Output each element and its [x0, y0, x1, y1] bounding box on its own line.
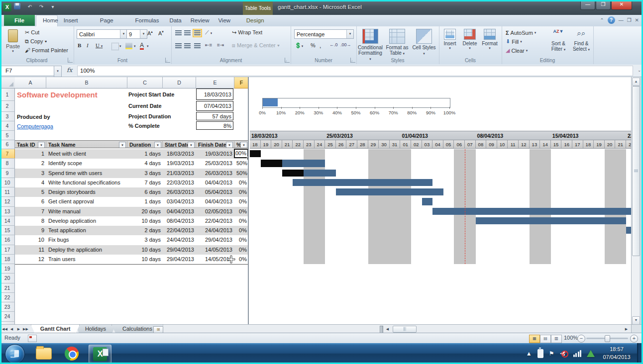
- filter-dropdown-icon[interactable]: ▼: [188, 142, 195, 148]
- pane-split-bar[interactable]: [248, 77, 249, 324]
- column-header-F[interactable]: F: [234, 77, 249, 89]
- task-cell[interactable]: 19/03/2013: [196, 149, 234, 159]
- start-button[interactable]: [5, 344, 25, 364]
- task-cell[interactable]: Meet with client: [46, 149, 127, 159]
- row-header-12[interactable]: 12: [0, 197, 15, 206]
- task-cell[interactable]: Spend time with users: [46, 169, 127, 178]
- wrap-text-button[interactable]: ↪ Wrap Text: [232, 29, 262, 36]
- accounting-format-button[interactable]: 💲▾: [295, 42, 303, 49]
- row-header-19[interactable]: 19: [0, 264, 15, 273]
- row-header-16[interactable]: 16: [0, 235, 15, 245]
- task-cell[interactable]: 0%: [234, 255, 249, 264]
- task-cell[interactable]: 2 days: [127, 226, 163, 235]
- bold-button[interactable]: B: [78, 42, 81, 50]
- number-format-combo[interactable]: Percentage▾: [294, 29, 354, 39]
- gantt-bar[interactable]: [282, 160, 325, 167]
- font-color-button[interactable]: A: [140, 42, 144, 50]
- minimize-ribbon-icon[interactable]: ⌃: [600, 17, 604, 23]
- redo-button[interactable]: ↷: [37, 3, 46, 11]
- info-value[interactable]: 57 days: [196, 112, 233, 120]
- merge-center-button[interactable]: ⧈ Merge & Center ▾: [232, 42, 280, 49]
- task-cell[interactable]: 18/03/2013: [163, 149, 196, 159]
- increase-indent-button[interactable]: ≡⇥: [217, 42, 224, 48]
- formula-input[interactable]: 100%: [77, 66, 633, 76]
- filter-dropdown-icon[interactable]: ▼: [119, 142, 126, 148]
- info-value[interactable]: 8%: [196, 121, 233, 130]
- tray-expand-icon[interactable]: ▲: [526, 350, 532, 357]
- network-signal-icon[interactable]: [573, 350, 582, 357]
- task-cell[interactable]: 04/04/2013: [196, 197, 234, 206]
- row-header-3[interactable]: 3: [0, 112, 15, 121]
- zoom-in-button[interactable]: +: [630, 335, 638, 343]
- row-header-8[interactable]: 8: [0, 159, 15, 168]
- macro-record-icon[interactable]: [28, 335, 37, 342]
- insert-worksheet-button[interactable]: ⊞: [153, 326, 163, 333]
- alignment-dialog-launcher[interactable]: ⌟: [285, 58, 290, 63]
- vertical-scrollbar[interactable]: ▲ ▼: [631, 77, 640, 324]
- row-header-11[interactable]: 11: [0, 187, 15, 197]
- row-header-6[interactable]: 6: [0, 140, 15, 149]
- taskbar-excel-button[interactable]: X: [89, 345, 111, 364]
- name-box-dropdown[interactable]: ▾: [54, 66, 62, 77]
- task-cell[interactable]: 7: [15, 207, 46, 216]
- task-cell[interactable]: 21/03/2013: [163, 169, 196, 178]
- google-drive-icon[interactable]: [587, 350, 595, 357]
- row-header-20[interactable]: 20: [0, 273, 15, 283]
- task-cell[interactable]: 6 days: [127, 187, 163, 197]
- align-right-icon[interactable]: [194, 43, 201, 49]
- name-box[interactable]: F7: [1, 66, 58, 76]
- task-cell[interactable]: 7 days: [127, 178, 163, 187]
- number-dialog-launcher[interactable]: ⌟: [350, 58, 355, 63]
- normal-view-button[interactable]: ▦: [529, 335, 540, 343]
- task-cell[interactable]: 20 days: [127, 207, 163, 216]
- row-header-4[interactable]: 4: [0, 121, 15, 131]
- percent-style-button[interactable]: %: [311, 42, 316, 48]
- row-header-22[interactable]: 22: [0, 293, 15, 302]
- task-cell[interactable]: 0%: [234, 187, 249, 197]
- info-value[interactable]: 18/03/2013: [196, 89, 233, 100]
- task-cell[interactable]: 25/03/2013: [196, 159, 234, 168]
- column-header-A[interactable]: A: [15, 77, 46, 89]
- chevron-down-icon[interactable]: ▾: [120, 30, 127, 38]
- task-cell[interactable]: 29/04/2013: [196, 235, 234, 245]
- task-cell[interactable]: 24/04/2013: [163, 235, 196, 245]
- task-cell[interactable]: 6: [15, 197, 46, 206]
- taskbar-explorer-button[interactable]: [33, 345, 55, 363]
- increase-decimal-button[interactable]: ←.0: [329, 42, 338, 47]
- font-dialog-launcher[interactable]: ⌟: [165, 58, 170, 63]
- gantt-bar[interactable]: [336, 188, 443, 195]
- align-left-icon[interactable]: [175, 43, 182, 49]
- left-pane-grid[interactable]: Software DevelopmentProduced byComputerg…: [15, 89, 249, 324]
- excel-app-icon[interactable]: X: [3, 3, 11, 11]
- gantt-bar-complete[interactable]: [282, 170, 304, 177]
- hscroll-right-button[interactable]: ▶: [623, 326, 630, 332]
- table-header-start-date[interactable]: Start Date▼: [163, 140, 196, 148]
- page-layout-view-button[interactable]: ▤: [540, 335, 551, 343]
- insert-function-button[interactable]: fx: [67, 67, 72, 74]
- row-header-17[interactable]: 17: [0, 245, 15, 255]
- table-header-duration[interactable]: Duration▼: [127, 140, 163, 148]
- row-header-10[interactable]: 10: [0, 178, 15, 187]
- copy-button[interactable]: ⧉ Copy ▾: [25, 38, 47, 45]
- row-header-13[interactable]: 13: [0, 207, 15, 216]
- task-cell[interactable]: Develop application: [46, 216, 127, 226]
- row-header-23[interactable]: 23: [0, 302, 15, 312]
- task-cell[interactable]: 14/05/2013: [196, 245, 234, 255]
- task-cell[interactable]: 11: [15, 245, 46, 255]
- task-cell[interactable]: 03/04/2013: [163, 197, 196, 206]
- row-header-5[interactable]: 5: [0, 131, 15, 140]
- gantt-bar[interactable]: [304, 170, 336, 177]
- task-cell[interactable]: 3: [15, 169, 46, 178]
- task-cell[interactable]: Deploy the application: [46, 245, 127, 255]
- tab-split-handle[interactable]: [380, 326, 383, 333]
- table-header-task-id[interactable]: Task ID▼: [15, 140, 46, 148]
- italic-button[interactable]: I: [87, 42, 89, 50]
- fill-color-dropdown[interactable]: ▾: [134, 44, 136, 48]
- task-cell[interactable]: 8: [15, 216, 46, 226]
- volume-muted-icon[interactable]: [560, 350, 568, 357]
- gantt-bar[interactable]: [432, 208, 631, 215]
- task-cell[interactable]: Write functional specifications: [46, 178, 127, 187]
- row-header-18[interactable]: 18: [0, 255, 15, 264]
- task-cell[interactable]: 08/04/2013: [163, 216, 196, 226]
- column-header-D[interactable]: D: [163, 77, 196, 89]
